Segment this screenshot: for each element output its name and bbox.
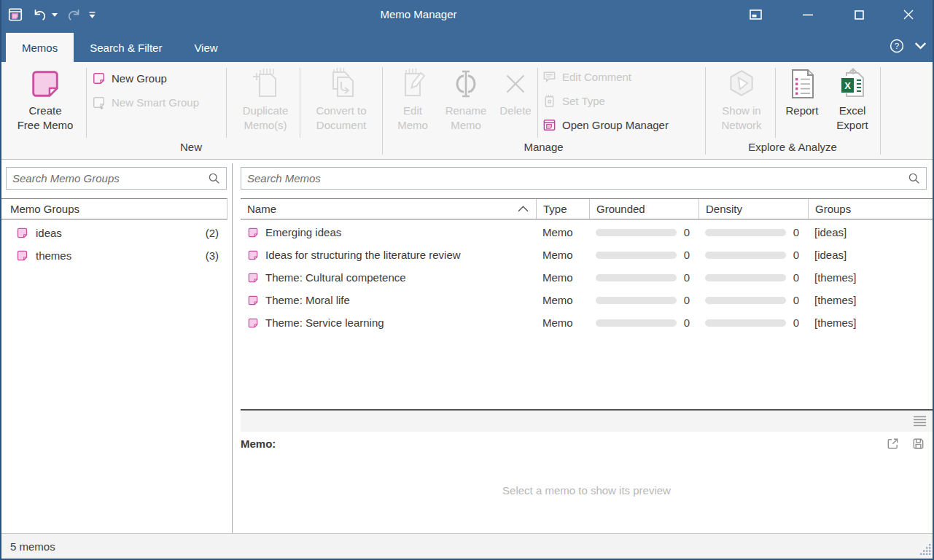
density-value: 0 [793, 294, 799, 306]
column-header-density[interactable]: Density [698, 199, 808, 219]
grounded-value: 0 [684, 249, 690, 261]
ribbon-group-label-new: New [0, 141, 382, 157]
search-icon [208, 172, 220, 184]
edit-memo-button[interactable]: EditMemo [389, 66, 436, 133]
dock-window-button[interactable] [742, 0, 768, 29]
maximize-icon [855, 10, 864, 20]
sort-asc-icon [518, 206, 529, 212]
grounded-bar [596, 229, 677, 236]
duplicate-memo-icon [249, 67, 281, 101]
edit-memo-icon [397, 67, 429, 101]
panel-divider[interactable] [232, 163, 233, 533]
ribbon-separator [86, 68, 87, 138]
minimize-button[interactable] [795, 0, 821, 29]
ribbon-group-label-explore: Explore & Analyze [705, 141, 880, 157]
memo-group-icon [16, 249, 28, 262]
memo-groups: [themes] [808, 316, 933, 329]
create-free-memo-button[interactable]: CreateFree Memo [9, 66, 82, 133]
group-name: ideas [36, 227, 62, 239]
memo-row[interactable]: Theme: Cultural competence Memo 0 0 [the… [241, 266, 933, 289]
group-count: (3) [206, 249, 219, 262]
memo-groups: [themes] [808, 271, 933, 284]
rename-icon [450, 67, 482, 101]
convert-to-document-button[interactable]: Convert toDocument [303, 66, 379, 133]
memo-groups: [themes] [808, 294, 933, 306]
column-header-groups[interactable]: Groups [808, 199, 933, 219]
density-bar [705, 319, 786, 327]
memo-row[interactable]: Theme: Service learning Memo 0 0 [themes… [241, 311, 933, 334]
help-button[interactable]: ? [890, 39, 904, 53]
open-in-window-button[interactable] [886, 437, 900, 451]
memo-row[interactable]: Emerging ideas Memo 0 0 [ideas] [241, 221, 933, 244]
memo-type: Memo [536, 294, 589, 306]
status-text: 5 memos [10, 540, 55, 553]
tab-view[interactable]: View [178, 33, 233, 62]
grounded-bar [596, 297, 677, 304]
excel-export-icon: X [836, 67, 868, 101]
save-memo-button[interactable] [911, 437, 925, 451]
grounded-value: 0 [684, 294, 690, 306]
memo-groups-search [6, 167, 227, 190]
column-header-type[interactable]: Type [536, 199, 589, 219]
excel-export-button[interactable]: X ExcelExport [827, 66, 878, 133]
grounded-value: 0 [684, 271, 690, 284]
tab-memos[interactable]: Memos [6, 33, 74, 62]
memo-type: Memo [536, 249, 589, 261]
ribbon-separator [300, 68, 300, 138]
memo-groups-header[interactable]: Memo Groups [1, 198, 227, 219]
search-icon [908, 172, 920, 184]
memo-group-row-ideas[interactable]: ideas (2) [1, 222, 227, 244]
memo-group-row-themes[interactable]: themes (3) [1, 244, 227, 267]
delete-button[interactable]: Delete [494, 66, 537, 118]
memo-icon [28, 67, 62, 101]
maximize-button[interactable] [846, 0, 872, 29]
memo-row[interactable]: Theme: Moral life Memo 0 0 [themes] [241, 289, 933, 311]
rename-memo-button[interactable]: RenameMemo [436, 66, 496, 133]
edit-comment-button[interactable]: Edit Comment [542, 65, 669, 89]
memo-group-icon [16, 227, 28, 239]
preview-placeholder: Select a memo to show its preview [241, 484, 933, 497]
density-bar [705, 297, 786, 304]
new-group-button[interactable]: New Group [92, 66, 199, 90]
duplicate-memos-button[interactable]: DuplicateMemo(s) [233, 66, 297, 133]
group-name: themes [36, 249, 71, 262]
memo-type: Memo [536, 226, 589, 238]
column-header-name[interactable]: Name [241, 199, 536, 219]
hamburger-icon [913, 416, 927, 427]
preview-toolbar-strip [241, 411, 933, 432]
preview-header: Memo: [241, 433, 933, 454]
memo-icon [247, 272, 259, 284]
report-button[interactable]: Report [779, 66, 825, 118]
svg-text:?: ? [895, 42, 899, 50]
memo-type: Memo [536, 316, 589, 329]
new-smart-group-button[interactable]: New Smart Group [92, 90, 199, 114]
memo-row[interactable]: Ideas for structuring the literature rev… [241, 244, 933, 266]
close-button[interactable] [895, 0, 922, 29]
tab-search-filter[interactable]: Search & Filter [74, 33, 178, 62]
preview-menu-button[interactable] [913, 416, 927, 427]
memo-name: Theme: Service learning [265, 316, 384, 329]
dock-window-icon [750, 9, 762, 20]
open-group-manager-button[interactable]: Open Group Manager [542, 113, 669, 137]
resize-grip[interactable] [920, 544, 931, 557]
collapse-ribbon-button[interactable] [914, 42, 927, 50]
density-bar [705, 274, 786, 281]
memos-search [241, 167, 927, 190]
show-in-network-button[interactable]: Show inNetwork [707, 66, 776, 133]
set-type-button[interactable]: Set Type [542, 89, 669, 113]
ribbon-separator [226, 68, 227, 138]
group-count: (2) [206, 227, 219, 239]
svg-text:X: X [844, 80, 851, 91]
grounded-value: 0 [684, 316, 690, 329]
set-type-icon [542, 94, 556, 108]
memo-icon [247, 249, 259, 261]
chevron-down-icon [914, 42, 927, 50]
search-memos-input[interactable] [241, 172, 908, 184]
density-value: 0 [793, 271, 799, 284]
search-memo-groups-input[interactable] [7, 172, 208, 184]
minimize-icon [803, 14, 813, 16]
memo-groups: [ideas] [808, 226, 933, 238]
memo-icon [247, 295, 259, 306]
column-header-grounded[interactable]: Grounded [589, 199, 698, 219]
memo-name: Emerging ideas [265, 226, 341, 238]
